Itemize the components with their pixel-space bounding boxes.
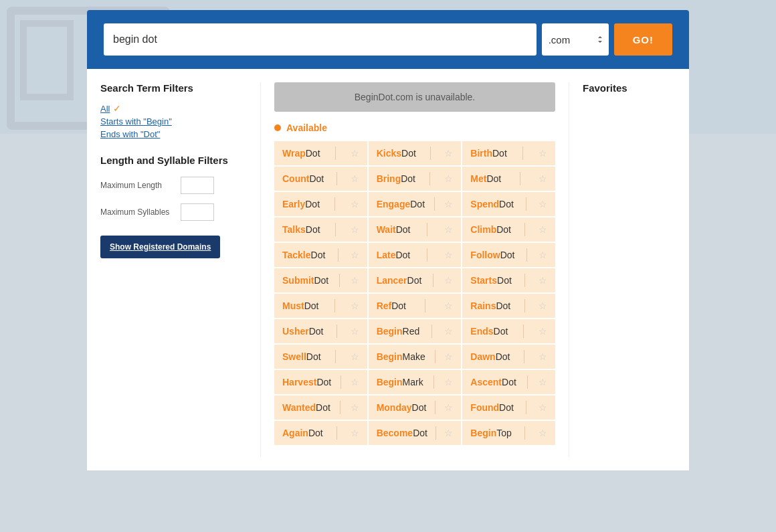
favorite-star-icon[interactable]: ☆	[444, 428, 453, 438]
go-button[interactable]: GO!	[614, 23, 672, 56]
favorite-star-icon[interactable]: ☆	[351, 148, 359, 159]
domain-cell[interactable]: BeginMark☆	[369, 370, 462, 394]
filter-ends-link[interactable]: Ends with "Dot"	[100, 129, 160, 139]
favorite-star-icon[interactable]: ☆	[351, 326, 359, 337]
domain-cell[interactable]: MetDot☆	[462, 167, 555, 191]
domain-cell[interactable]: KicksDot☆	[369, 141, 462, 165]
domain-suffix: Dot	[396, 224, 411, 235]
cell-divider	[524, 299, 525, 313]
header-search-bar: .com .net .org .io GO!	[87, 10, 689, 69]
domain-suffix: Dot	[502, 377, 516, 387]
cell-divider	[526, 197, 526, 211]
tld-select[interactable]: .com .net .org .io	[542, 23, 609, 56]
favorite-star-icon[interactable]: ☆	[444, 173, 453, 184]
domain-cell[interactable]: FollowDot☆	[462, 243, 555, 267]
favorite-star-icon[interactable]: ☆	[444, 199, 453, 209]
domain-cell[interactable]: MondayDot☆	[369, 395, 462, 420]
domain-suffix: Dot	[410, 199, 425, 209]
domain-suffix: Dot	[306, 351, 321, 362]
domain-cell[interactable]: BeginTop☆	[462, 421, 555, 445]
all-check-icon: ✓	[113, 103, 121, 114]
domain-cell[interactable]: FoundDot☆	[462, 395, 555, 420]
domain-cell[interactable]: StartsDot☆	[462, 268, 555, 292]
domain-cell[interactable]: RainsDot☆	[462, 294, 555, 318]
max-length-input[interactable]	[181, 177, 214, 194]
favorite-star-icon[interactable]: ☆	[351, 377, 359, 387]
favorite-star-icon[interactable]: ☆	[444, 326, 453, 337]
favorite-star-icon[interactable]: ☆	[539, 402, 547, 413]
max-syllables-input[interactable]	[181, 203, 214, 221]
domain-cell[interactable]: BeginRed☆	[369, 319, 462, 343]
search-input[interactable]	[104, 23, 537, 56]
domain-cell[interactable]: DawnDot☆	[462, 345, 555, 369]
domain-cell[interactable]: TackleDot☆	[274, 243, 367, 267]
favorite-star-icon[interactable]: ☆	[539, 300, 547, 311]
favorite-star-icon[interactable]: ☆	[351, 250, 359, 260]
domain-cell[interactable]: UsherDot☆	[274, 319, 367, 343]
favorite-star-icon[interactable]: ☆	[444, 300, 453, 311]
favorite-star-icon[interactable]: ☆	[539, 351, 547, 362]
favorite-star-icon[interactable]: ☆	[539, 275, 547, 286]
domain-cell[interactable]: BecomeDot☆	[369, 421, 462, 445]
max-length-label: Maximum Length	[100, 181, 174, 190]
domain-cell[interactable]: WrapDot☆	[274, 141, 367, 165]
filter-starts-link[interactable]: Starts with "Begin"	[100, 116, 172, 126]
domain-cell[interactable]: ClimbDot☆	[462, 217, 555, 242]
favorite-star-icon[interactable]: ☆	[444, 275, 453, 286]
domain-cell[interactable]: WantedDot☆	[274, 395, 367, 420]
domain-cell[interactable]: CountDot☆	[274, 167, 367, 191]
domain-prefix: Bring	[377, 173, 401, 184]
favorite-star-icon[interactable]: ☆	[539, 148, 547, 159]
domain-cell[interactable]: EarlyDot☆	[274, 192, 367, 216]
domain-prefix: Spend	[470, 199, 499, 209]
favorite-star-icon[interactable]: ☆	[351, 224, 359, 235]
favorite-star-icon[interactable]: ☆	[444, 250, 453, 260]
cell-divider	[524, 223, 525, 236]
favorite-star-icon[interactable]: ☆	[539, 377, 547, 387]
favorite-star-icon[interactable]: ☆	[351, 351, 359, 362]
domain-cell[interactable]: WaitDot☆	[369, 217, 462, 242]
favorite-star-icon[interactable]: ☆	[539, 173, 547, 184]
domain-cell[interactable]: SubmitDot☆	[274, 268, 367, 292]
favorite-star-icon[interactable]: ☆	[539, 326, 547, 337]
favorite-star-icon[interactable]: ☆	[351, 402, 359, 413]
show-registered-button[interactable]: Show Registered Domains	[100, 236, 220, 258]
favorite-star-icon[interactable]: ☆	[351, 199, 359, 209]
favorite-star-icon[interactable]: ☆	[351, 275, 359, 286]
favorite-star-icon[interactable]: ☆	[444, 402, 453, 413]
domain-cell[interactable]: EngageDot☆	[369, 192, 462, 216]
cell-divider	[434, 197, 435, 211]
domain-cell[interactable]: SpendDot☆	[462, 192, 555, 216]
cell-divider	[340, 401, 341, 414]
domain-cell[interactable]: LateDot☆	[369, 243, 462, 267]
favorite-star-icon[interactable]: ☆	[539, 428, 547, 438]
favorite-star-icon[interactable]: ☆	[444, 351, 453, 362]
unavailable-banner: BeginDot.com is unavailable.	[274, 82, 555, 112]
favorite-star-icon[interactable]: ☆	[351, 300, 359, 311]
domain-cell[interactable]: SwellDot☆	[274, 345, 367, 369]
favorite-star-icon[interactable]: ☆	[539, 250, 547, 260]
max-syllables-label: Maximum Syllables	[100, 207, 174, 217]
favorite-star-icon[interactable]: ☆	[539, 199, 547, 209]
domain-cell[interactable]: BirthDot☆	[462, 141, 555, 165]
domain-cell[interactable]: EndsDot☆	[462, 319, 555, 343]
favorite-star-icon[interactable]: ☆	[444, 148, 453, 159]
domain-cell[interactable]: RefDot☆	[369, 294, 462, 318]
domain-cell[interactable]: BringDot☆	[369, 167, 462, 191]
domain-cell[interactable]: LancerDot☆	[369, 268, 462, 292]
favorite-star-icon[interactable]: ☆	[444, 224, 453, 235]
domain-cell[interactable]: TalksDot☆	[274, 217, 367, 242]
domain-cell[interactable]: BeginMake☆	[369, 345, 462, 369]
favorite-star-icon[interactable]: ☆	[539, 224, 547, 235]
domain-suffix: Dot	[309, 326, 324, 337]
favorite-star-icon[interactable]: ☆	[351, 428, 359, 438]
cell-divider	[526, 401, 526, 414]
domain-cell[interactable]: MustDot☆	[274, 294, 367, 318]
filter-all-link[interactable]: All	[100, 104, 110, 114]
domain-cell[interactable]: AgainDot☆	[274, 421, 367, 445]
favorite-star-icon[interactable]: ☆	[444, 377, 453, 387]
domain-prefix: Begin	[377, 351, 403, 362]
favorite-star-icon[interactable]: ☆	[351, 173, 359, 184]
domain-cell[interactable]: AscentDot☆	[462, 370, 555, 394]
domain-cell[interactable]: HarvestDot☆	[274, 370, 367, 394]
